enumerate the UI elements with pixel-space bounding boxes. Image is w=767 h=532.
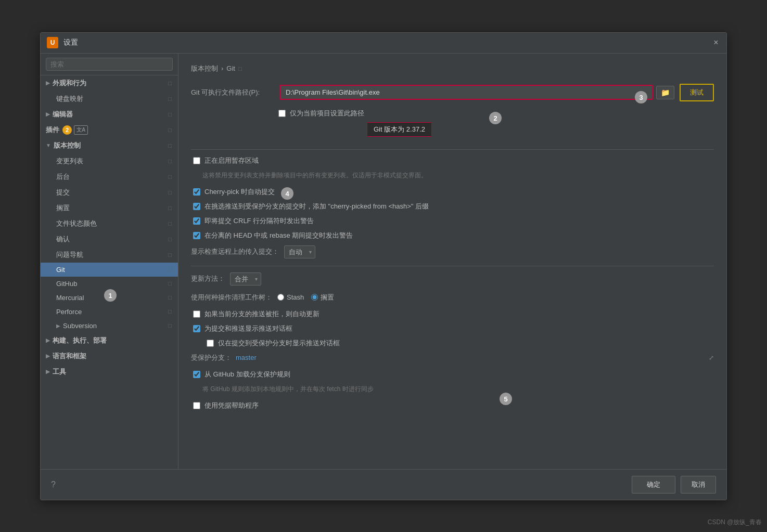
set-path-for-project-row: 仅为当前项目设置此路径	[276, 109, 714, 118]
sidebar-item-mercurial[interactable]: Mercurial □	[41, 291, 178, 305]
sidebar-item-keymap[interactable]: 键盘映射 □	[41, 91, 178, 107]
cherry-pick-checkbox[interactable]	[193, 188, 200, 196]
version-tooltip-wrap: Git 版本为 2.37.2	[278, 122, 714, 142]
sidebar-item-editor[interactable]: ▶ 编辑器 □	[41, 107, 178, 122]
credential-helper-checkbox[interactable]	[193, 402, 200, 409]
credential-helper-row: 使用凭据帮助程序	[191, 401, 714, 410]
show-push-protected-checkbox[interactable]	[207, 340, 214, 347]
crlf-row: 即将提交 CRLF 行分隔符时发出警告	[191, 216, 714, 226]
sidebar-item-background[interactable]: 后台 □	[41, 169, 178, 185]
staging-label: 正在启用暂存区域	[204, 156, 259, 165]
lang-badge: 文A	[74, 125, 88, 135]
cherry-pick-row: Cherry-pick 时自动提交	[191, 187, 714, 197]
breadcrumb-icon: □	[238, 65, 242, 72]
breadcrumb-current: Git	[226, 64, 235, 72]
breadcrumb-sep: ›	[221, 64, 223, 72]
vcs-icon: □	[168, 142, 172, 149]
shelve-radio[interactable]	[311, 294, 318, 301]
shelve-icon: □	[168, 205, 172, 211]
staging-info: 这将禁用变更列表支持并删除项目中的所有变更列表。仅适用于非模式提交界面。	[191, 171, 714, 180]
breadcrumb-parent: 版本控制	[191, 64, 218, 73]
update-method-label: 更新方法：	[191, 274, 225, 283]
cancel-button[interactable]: 取消	[681, 476, 716, 494]
cl-icon: □	[168, 158, 172, 164]
perforce-icon: □	[168, 308, 172, 315]
test-button[interactable]: 测试	[680, 84, 714, 101]
arrow-icon: ▼	[46, 142, 51, 148]
arrow-icon: ▶	[46, 111, 50, 117]
cherry-pick-label: Cherry-pick 时自动提交	[204, 187, 275, 197]
mercurial-icon: □	[168, 294, 172, 301]
title-bar: U 设置 ×	[41, 33, 726, 54]
clean-working-tree-row: 使用何种操作清理工作树： Stash 搁置	[191, 293, 714, 302]
sidebar-item-plugins[interactable]: 插件 2 文A □	[41, 122, 178, 138]
editor-icon: □	[168, 111, 172, 118]
sidebar-item-confirm[interactable]: 确认 □	[41, 231, 178, 247]
svn-icon: □	[168, 322, 172, 329]
git-path-input[interactable]	[279, 85, 653, 100]
protected-branch-value: master	[236, 354, 257, 361]
help-button[interactable]: ?	[51, 480, 56, 489]
sidebar-item-appearance[interactable]: ▶ 外观和行为 □	[41, 75, 178, 91]
dialog-title: 设置	[63, 38, 712, 47]
app-logo: U	[47, 37, 58, 48]
sidebar-item-perforce[interactable]: Perforce □	[41, 305, 178, 319]
bg-icon: □	[168, 174, 172, 180]
sidebar-item-tools[interactable]: ▶ 工具	[41, 364, 178, 380]
arrow-icon: ▶	[46, 353, 50, 359]
main-content: 版本控制 › Git □ Git 可执行文件路径(P): 📁 测试	[178, 54, 726, 469]
detached-head-row: 在分离的 HEAD 中或 rebase 期间提交时发出警告	[191, 231, 714, 240]
fsc-icon: □	[168, 220, 172, 227]
staging-checkbox[interactable]	[193, 157, 200, 164]
clean-stash-option[interactable]: Stash	[277, 293, 304, 301]
sidebar-item-issues[interactable]: 问题导航 □	[41, 247, 178, 263]
git-path-row: Git 可执行文件路径(P): 📁 测试	[191, 84, 714, 101]
sidebar-item-vcs[interactable]: ▼ 版本控制 □	[41, 138, 178, 153]
clean-shelve-option[interactable]: 搁置	[311, 293, 334, 302]
auto-update-rejected-checkbox[interactable]	[193, 310, 200, 318]
keymap-icon: □	[168, 96, 172, 102]
git-version-tooltip: Git 版本为 2.37.2	[367, 122, 432, 137]
show-push-dialog-checkbox[interactable]	[193, 325, 200, 332]
git-icon: □	[168, 266, 172, 273]
clean-radio-group: Stash 搁置	[277, 293, 334, 302]
crlf-label: 即将提交 CRLF 行分隔符时发出警告	[204, 216, 314, 226]
sidebar-item-changelists[interactable]: 变更列表 □	[41, 153, 178, 169]
sidebar-item-build[interactable]: ▶ 构建、执行、部署	[41, 333, 178, 348]
arrow-icon: ▶	[46, 338, 50, 343]
show-incoming-select-wrap: 自动 ▾	[284, 245, 312, 258]
ok-button[interactable]: 确定	[632, 476, 675, 494]
show-incoming-select[interactable]: 自动	[284, 245, 315, 258]
update-method-select[interactable]: 合并	[230, 273, 261, 286]
search-input[interactable]	[46, 58, 173, 71]
cherry-pick-suffix-checkbox[interactable]	[193, 203, 200, 210]
set-path-for-project-checkbox[interactable]	[278, 110, 286, 117]
expand-icon[interactable]: ⤢	[709, 354, 714, 361]
arrow-icon: ▶	[46, 80, 50, 86]
sidebar-item-file-status[interactable]: 文件状态颜色 □	[41, 216, 178, 231]
commit-icon: □	[168, 189, 172, 196]
load-github-rules-checkbox[interactable]	[193, 371, 200, 378]
issues-icon: □	[168, 252, 172, 258]
clean-working-tree-label: 使用何种操作清理工作树：	[191, 293, 272, 302]
sidebar-item-shelve[interactable]: 搁置 □	[41, 200, 178, 216]
stash-label: Stash	[287, 293, 304, 301]
github-rules-info: 将 GitHub 规则添加到本地规则中，并在每次 fetch 时进行同步	[191, 384, 714, 394]
set-path-for-project-label: 仅为当前项目设置此路径	[290, 109, 364, 118]
update-method-select-wrap: 合并 ▾	[230, 273, 258, 286]
sidebar-item-git[interactable]: Git □	[41, 263, 178, 277]
show-push-protected-row: 仅在提交到受保护分支时显示推送对话框	[191, 339, 714, 348]
stash-radio[interactable]	[277, 294, 284, 301]
confirm-icon: □	[168, 236, 172, 242]
cherry-pick-suffix-row: 在挑选推送到受保护分支的提交时，添加 "cherry-picked from <…	[191, 202, 714, 211]
sidebar-item-subversion[interactable]: ▶ Subversion □	[41, 319, 178, 333]
sidebar-item-commit[interactable]: 提交 □	[41, 185, 178, 200]
plugin-badge: 2	[62, 125, 72, 135]
detached-head-checkbox[interactable]	[193, 232, 200, 239]
show-push-dialog-label: 为提交和推送显示推送对话框	[204, 324, 292, 333]
sidebar-item-language[interactable]: ▶ 语言和框架	[41, 348, 178, 364]
sidebar-item-github[interactable]: GitHub □	[41, 277, 178, 291]
crlf-checkbox[interactable]	[193, 217, 200, 225]
close-button[interactable]: ×	[712, 38, 720, 47]
folder-browse-button[interactable]: 📁	[656, 86, 674, 99]
